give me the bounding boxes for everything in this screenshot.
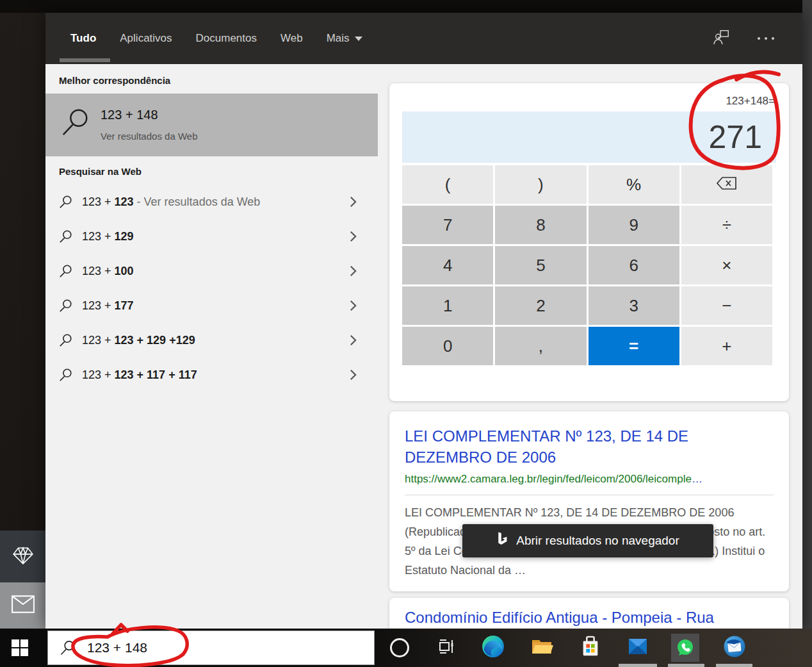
suggestion-row[interactable]: 123 + 123 + 117 + 117	[45, 358, 378, 392]
web-result-card: LEI COMPLEMENTAR Nº 123, DE 14 DE DEZEMB…	[389, 411, 789, 591]
key-divide[interactable]: ÷	[681, 206, 772, 244]
tab-mais[interactable]: Mais	[327, 32, 362, 45]
suggestion-row[interactable]: 123 + 177	[45, 288, 378, 323]
task-view-button[interactable]	[430, 629, 462, 667]
key-4[interactable]: 4	[402, 246, 493, 284]
key-plus[interactable]: +	[681, 327, 772, 365]
key-0[interactable]: 0	[402, 327, 493, 365]
cortana-button[interactable]	[383, 629, 416, 667]
thunderbird-button[interactable]	[721, 629, 748, 667]
gem-icon	[12, 545, 34, 569]
best-match-title: 123 + 148	[101, 108, 158, 122]
running-app-indicator	[619, 664, 657, 667]
file-explorer-icon	[530, 635, 553, 661]
search-icon	[59, 333, 73, 347]
chevron-right-icon[interactable]	[350, 231, 357, 243]
suggestions-column: Melhor correspondência 123 + 148 Ver res…	[45, 64, 378, 629]
key-minus[interactable]: −	[681, 286, 772, 325]
more-options-icon[interactable]	[758, 37, 774, 40]
search-icon	[60, 640, 75, 655]
key-multiply[interactable]: ×	[681, 246, 772, 284]
edge-button[interactable]	[480, 629, 506, 667]
tab-documentos[interactable]: Documentos	[196, 32, 257, 45]
mail-button[interactable]	[625, 629, 651, 667]
chevron-right-icon[interactable]	[350, 369, 357, 381]
desktop-right-edge	[802, 0, 812, 629]
open-in-browser-label: Abrir resultados no navegador	[516, 534, 679, 548]
key-equals[interactable]: =	[589, 327, 679, 365]
start-icon	[12, 639, 28, 656]
next-result-card: Condomínio Edifício Antigua - Pompeia - …	[389, 598, 789, 629]
taskbar-search-input[interactable]	[86, 639, 374, 656]
mail-icon	[626, 636, 649, 660]
taskbar	[0, 629, 812, 667]
open-in-browser-button[interactable]: Abrir resultados no navegador	[462, 524, 713, 557]
search-icon	[59, 299, 73, 313]
key-open-paren[interactable]: (	[402, 165, 493, 204]
task-view-icon	[437, 637, 456, 659]
search-icon	[61, 106, 90, 141]
calculator-keypad: ( ) % 7 8 9 ÷ 4 5 6 × 1 2 3	[402, 165, 772, 365]
running-app-indicator	[668, 664, 704, 667]
key-backspace[interactable]	[681, 165, 772, 204]
best-match-subtitle: Ver resultados da Web	[101, 131, 197, 142]
suggestion-row[interactable]: 123 + 123 + 129 +129	[45, 323, 378, 358]
active-tab-underline	[60, 58, 110, 62]
key-5[interactable]: 5	[495, 246, 586, 284]
suggestion-row[interactable]: 123 + 100	[45, 254, 378, 288]
envelope-icon	[12, 595, 35, 616]
thunderbird-icon	[723, 635, 746, 661]
chevron-right-icon[interactable]	[350, 300, 357, 312]
search-icon	[59, 195, 73, 209]
key-8[interactable]: 8	[495, 206, 586, 244]
start-button[interactable]	[0, 629, 40, 667]
calculator-card: 123+148= 271 ( ) % 7 8 9 ÷ 4 5 6 ×	[389, 83, 789, 401]
key-percent[interactable]: %	[589, 165, 679, 204]
side-tile-gem[interactable]	[0, 531, 45, 582]
chevron-right-icon[interactable]	[350, 196, 357, 208]
whatsapp-button[interactable]	[671, 629, 699, 667]
file-explorer-button[interactable]	[529, 629, 555, 667]
chevron-down-icon	[355, 37, 362, 41]
tab-tudo[interactable]: Tudo	[70, 32, 96, 45]
best-match-item[interactable]: 123 + 148 Ver resultados da Web	[45, 94, 378, 156]
result-title-link[interactable]: LEI COMPLEMENTAR Nº 123, DE 14 DE DEZEMB…	[405, 425, 774, 468]
calculator-result: 271	[402, 111, 776, 163]
suggestion-row[interactable]: 123 + 123 - Ver resultados da Web	[45, 185, 378, 219]
key-comma[interactable]: ,	[495, 327, 586, 365]
key-3[interactable]: 3	[589, 286, 679, 325]
search-flyout: Tudo Aplicativos Documentos Web Mais Mel…	[45, 13, 802, 629]
calculator-expression: 123+148=	[389, 83, 789, 111]
running-app-indicator	[716, 664, 752, 667]
key-1[interactable]: 1	[402, 286, 493, 325]
key-close-paren[interactable]: )	[495, 165, 586, 204]
bing-icon	[496, 531, 508, 551]
result-title-link[interactable]: Condomínio Edifício Antigua - Pompeia - …	[405, 607, 774, 628]
key-2[interactable]: 2	[495, 286, 586, 325]
search-tabs-bar: Tudo Aplicativos Documentos Web Mais	[45, 13, 802, 64]
desktop-top-strip	[0, 0, 812, 13]
results-column: 123+148= 271 ( ) % 7 8 9 ÷ 4 5 6 ×	[378, 64, 802, 629]
edge-icon	[482, 635, 505, 661]
whatsapp-icon	[671, 634, 699, 662]
result-url: https://www2.camara.leg.br/legin/fed/lei…	[405, 473, 774, 486]
side-tile-envelope[interactable]	[0, 582, 45, 629]
suggestion-row[interactable]: 123 + 129	[45, 219, 378, 254]
chevron-right-icon[interactable]	[350, 334, 357, 347]
key-7[interactable]: 7	[402, 206, 493, 244]
key-9[interactable]: 9	[589, 206, 679, 244]
taskbar-search-box[interactable]	[47, 630, 375, 665]
feedback-icon[interactable]	[713, 28, 731, 49]
suggestion-list: 123 + 123 - Ver resultados da Web 123 + …	[45, 185, 378, 392]
divider	[405, 495, 774, 495]
chevron-right-icon[interactable]	[350, 265, 357, 277]
key-6[interactable]: 6	[589, 246, 679, 284]
store-icon	[580, 635, 601, 661]
web-search-section-title: Pesquisar na Web	[59, 166, 378, 177]
store-button[interactable]	[578, 629, 603, 667]
cortana-icon	[390, 638, 409, 657]
search-icon	[59, 368, 73, 382]
tab-aplicativos[interactable]: Aplicativos	[120, 32, 172, 45]
tab-web[interactable]: Web	[280, 32, 303, 45]
backspace-icon	[716, 175, 737, 195]
